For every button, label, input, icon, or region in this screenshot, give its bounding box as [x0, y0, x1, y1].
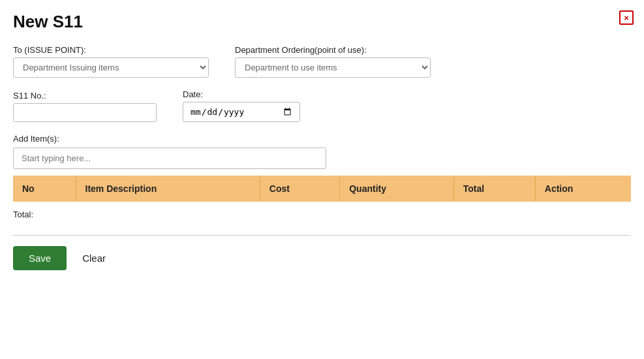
department-ordering-label: Department Ordering(point of use): [235, 45, 431, 55]
col-item-description: Item Description [76, 176, 260, 202]
add-items-section: Add Item(s): [13, 134, 631, 169]
s11-no-input[interactable] [13, 103, 157, 122]
date-group: Date: [183, 89, 300, 122]
s11-no-group: S11 No.: [13, 91, 157, 122]
add-items-label: Add Item(s): [13, 134, 631, 144]
save-button[interactable]: Save [13, 246, 67, 270]
add-items-input[interactable] [13, 148, 326, 169]
s11-no-label: S11 No.: [13, 91, 157, 101]
col-total: Total [453, 176, 535, 202]
table-header-row: No Item Description Cost Quantity Total … [13, 176, 631, 202]
col-cost: Cost [260, 176, 339, 202]
department-ordering-group: Department Ordering(point of use): Depar… [235, 45, 431, 78]
issue-point-select[interactable]: Department Issuing items [13, 57, 209, 78]
issue-point-label: To (ISSUE POINT): [13, 45, 209, 55]
table-header: No Item Description Cost Quantity Total … [13, 176, 631, 202]
page-title: New S11 [13, 12, 631, 32]
col-action: Action [535, 176, 631, 202]
issue-point-group: To (ISSUE POINT): Department Issuing ite… [13, 45, 209, 78]
department-ordering-select[interactable]: Department to use items [235, 57, 431, 78]
clear-button[interactable]: Clear [80, 246, 108, 270]
divider [13, 235, 631, 236]
col-no: No [13, 176, 76, 202]
form-row-1: To (ISSUE POINT): Department Issuing ite… [13, 45, 631, 78]
date-input[interactable] [183, 102, 300, 122]
date-label: Date: [183, 89, 300, 99]
close-button[interactable]: × [619, 10, 634, 25]
items-table: No Item Description Cost Quantity Total … [13, 176, 631, 202]
form-row-2: S11 No.: Date: [13, 89, 631, 122]
page-container: × New S11 To (ISSUE POINT): Department I… [0, 0, 644, 283]
total-row: Total: [13, 207, 631, 222]
col-quantity: Quantity [340, 176, 454, 202]
footer-actions: Save Clear [13, 246, 631, 270]
